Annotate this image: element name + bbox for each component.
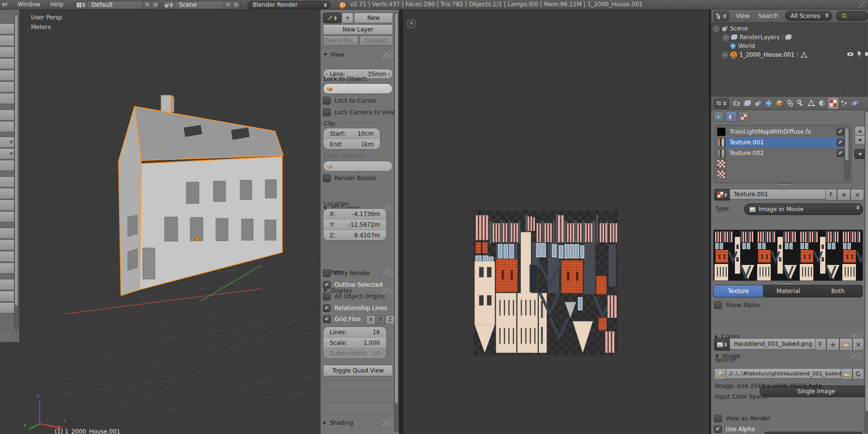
tab-material[interactable] bbox=[817, 98, 827, 108]
slot-move-up-button[interactable] bbox=[854, 126, 866, 136]
texture-slot-row-selected[interactable]: Texture.001 ✔ bbox=[715, 137, 844, 148]
resize-grip[interactable] bbox=[782, 282, 792, 284]
toolshelf-scrollbar[interactable] bbox=[14, 14, 19, 330]
selectability-cursor-icon[interactable] bbox=[857, 50, 863, 57]
slot-enable-checkbox[interactable]: ✔ bbox=[837, 139, 844, 146]
material-texture-context-button[interactable] bbox=[726, 111, 737, 122]
outliner-search-field[interactable] bbox=[836, 11, 868, 21]
render-engine-dropdown[interactable]: Blender Render bbox=[247, 1, 331, 9]
panel-header-image[interactable]: Image bbox=[715, 353, 861, 359]
scene-name-field[interactable]: Scene bbox=[175, 1, 224, 9]
tab-world[interactable] bbox=[764, 98, 774, 108]
unlink-image-button[interactable]: × bbox=[853, 338, 864, 351]
checkbox[interactable] bbox=[323, 174, 331, 182]
tab-object[interactable] bbox=[775, 98, 784, 108]
gp-new-layer-button[interactable]: New Layer bbox=[323, 24, 393, 35]
lock-to-cursor-row[interactable]: Lock to Cursor bbox=[323, 97, 376, 105]
layout-name-field[interactable]: Default bbox=[88, 1, 143, 9]
grid-lines-field[interactable]: Lines:16 bbox=[323, 327, 386, 337]
checkbox-checked[interactable]: ✔ bbox=[714, 425, 722, 433]
menu-render-partial[interactable]: er bbox=[0, 0, 13, 9]
lock-to-object-field[interactable] bbox=[323, 83, 393, 94]
pack-image-button[interactable] bbox=[714, 368, 727, 380]
region-expand-button[interactable]: + bbox=[407, 19, 416, 28]
tab-constraints[interactable] bbox=[785, 98, 795, 108]
gp-convert-button[interactable]: Convert bbox=[359, 35, 393, 46]
texture-slot-row[interactable]: TrainLightMapWithDiffuse.fx ✔ bbox=[715, 126, 844, 137]
grid-axis-y-toggle[interactable]: Y bbox=[376, 315, 385, 325]
image-browse-button[interactable] bbox=[714, 338, 731, 351]
grid-axis-z-toggle[interactable]: Z bbox=[385, 315, 395, 325]
reload-image-button[interactable] bbox=[853, 368, 864, 380]
open-image-button[interactable] bbox=[839, 338, 853, 351]
panel-drag-grip[interactable] bbox=[382, 419, 393, 426]
area-corner-grip[interactable] bbox=[3, 333, 11, 340]
menu-window[interactable]: Window bbox=[13, 0, 45, 9]
image-path-field[interactable]: //..\..\#tekstury\ghi\Hausblend_001_bake… bbox=[726, 368, 847, 379]
checkbox-checked[interactable]: ✔ bbox=[323, 281, 331, 289]
grid-floor-row[interactable]: ✔ Grid Floo bbox=[323, 315, 361, 323]
gp-new-button[interactable]: New bbox=[354, 13, 393, 23]
grease-pencil-browse-button[interactable] bbox=[323, 13, 341, 23]
empty-slot-checker-icon[interactable] bbox=[717, 159, 726, 168]
checkbox-checked[interactable]: ✔ bbox=[323, 304, 331, 312]
active-renderlayer-icon[interactable] bbox=[785, 34, 792, 41]
outliner-row-object[interactable]: + 1_2000_House.001 | bbox=[722, 50, 807, 59]
checkbox[interactable] bbox=[323, 97, 331, 105]
renderability-camera-icon[interactable] bbox=[865, 51, 868, 57]
slot-enable-checkbox[interactable]: ✔ bbox=[837, 128, 844, 136]
tab-scene[interactable] bbox=[753, 98, 763, 108]
toggle-quad-view-button[interactable]: Toggle Quad View bbox=[323, 365, 393, 376]
tool-button-stub[interactable]: e bbox=[0, 137, 15, 148]
list-scrollbar[interactable] bbox=[844, 127, 850, 181]
grease-pencil-add-button[interactable]: + bbox=[342, 13, 353, 23]
slot-specials-button[interactable] bbox=[854, 149, 866, 159]
visibility-eye-icon[interactable] bbox=[847, 51, 854, 57]
uv-image-editor[interactable]: + bbox=[403, 10, 709, 434]
preview-both-button[interactable]: Both bbox=[814, 285, 863, 297]
tab-render[interactable] bbox=[732, 98, 742, 108]
texture-slot-row[interactable]: Texture.002 ✔ bbox=[715, 148, 844, 158]
fake-user-button[interactable]: F bbox=[825, 189, 837, 201]
expand-circle-icon[interactable]: + bbox=[722, 52, 728, 58]
clip-end-field[interactable]: End:1km bbox=[323, 139, 380, 149]
texture-browse-button[interactable] bbox=[714, 189, 731, 201]
tab-texture-active[interactable] bbox=[828, 97, 838, 109]
outliner-row-world[interactable]: World bbox=[730, 42, 755, 50]
cursor-z-field[interactable]: Z:9.4107m bbox=[323, 230, 386, 240]
properties-scrollbar[interactable] bbox=[865, 110, 868, 433]
checkbox-checked[interactable]: ✔ bbox=[323, 315, 331, 323]
mesh-data-icon[interactable] bbox=[801, 52, 807, 58]
image-name-field[interactable]: Hausblend_001_baked.png bbox=[730, 338, 822, 350]
cursor-y-field[interactable]: Y:-12.5672m bbox=[323, 219, 386, 230]
layout-browse-button[interactable] bbox=[76, 1, 88, 9]
render-border-row[interactable]: Render Border bbox=[323, 174, 377, 182]
checkbox[interactable] bbox=[323, 108, 331, 116]
lock-camera-row[interactable]: Lock Camera to View bbox=[323, 108, 396, 116]
layout-add-button[interactable]: + bbox=[143, 1, 151, 9]
tool-button-stub[interactable]: e bbox=[0, 148, 15, 159]
tab-particles[interactable] bbox=[839, 98, 849, 108]
new-image-button[interactable]: + bbox=[826, 338, 839, 351]
menu-help[interactable]: Help bbox=[46, 0, 68, 9]
scene-delete-button[interactable]: × bbox=[232, 1, 240, 9]
editor-type-button[interactable] bbox=[714, 11, 729, 21]
tab-object-data[interactable] bbox=[807, 98, 816, 108]
all-object-origins-row[interactable]: All Object Origins bbox=[323, 293, 385, 300]
tab-physics[interactable] bbox=[850, 98, 860, 108]
scene-browse-button[interactable] bbox=[163, 1, 175, 9]
outliner-view-menu[interactable]: View bbox=[736, 13, 749, 19]
outliner-row-scene[interactable]: − Scene bbox=[713, 24, 748, 33]
outliner-scope-dropdown[interactable]: All Scenes bbox=[785, 11, 832, 21]
world-texture-context-button[interactable] bbox=[713, 111, 724, 122]
local-camera-field[interactable] bbox=[323, 161, 393, 171]
outline-selected-row[interactable]: ✔ Outline Selected bbox=[323, 281, 382, 289]
view-as-render-row[interactable]: View as Render bbox=[714, 415, 770, 422]
panel-drag-grip[interactable] bbox=[382, 269, 393, 275]
grid-scale-field[interactable]: Scale:1.000 bbox=[323, 337, 386, 348]
new-texture-button[interactable]: + bbox=[837, 189, 851, 201]
scene-add-button[interactable]: + bbox=[224, 1, 232, 9]
expand-circle-icon[interactable]: + bbox=[723, 34, 729, 41]
collapse-circle-icon[interactable]: − bbox=[713, 26, 719, 32]
editor-type-button[interactable] bbox=[714, 98, 729, 108]
